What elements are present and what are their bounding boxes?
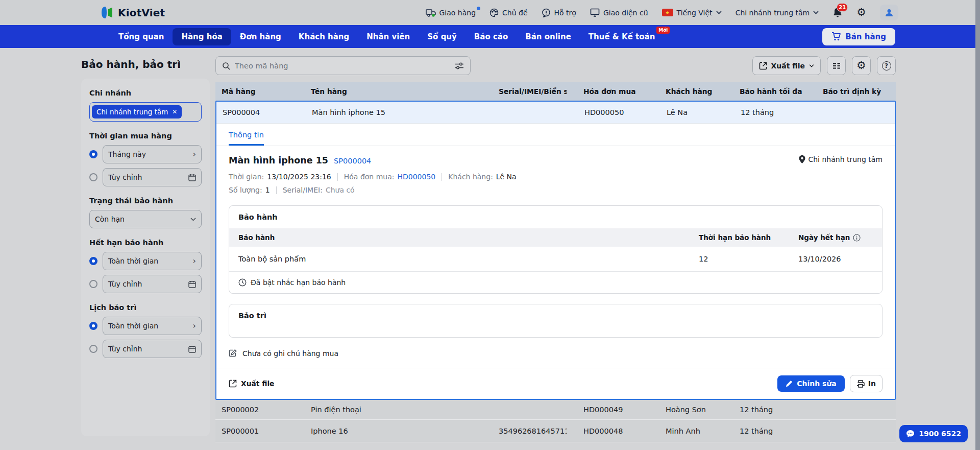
nav-products[interactable]: Hàng hóa xyxy=(173,28,231,45)
info-icon[interactable] xyxy=(853,234,861,242)
language-selector[interactable]: ★ Tiếng Việt xyxy=(662,9,722,17)
hotline-chat-button[interactable]: 1900 6522 xyxy=(899,425,968,442)
table-row[interactable]: SP000004 Màn hình iphone 15 HD000050 Lê … xyxy=(216,102,895,124)
list-settings-button[interactable]: ⚙ xyxy=(852,56,871,75)
quantity-label: Số lượng: xyxy=(229,186,262,194)
delivery-menu[interactable]: Giao hàng xyxy=(426,9,476,17)
row-warranty: 12 tháng xyxy=(734,108,818,116)
old-interface-menu[interactable]: Giao diện cũ xyxy=(590,8,648,17)
filter-sliders-icon[interactable] xyxy=(455,62,464,70)
warranty-status-select[interactable]: Còn hạn xyxy=(89,210,202,228)
row-invoice: HD000050 xyxy=(568,108,660,116)
tab-info[interactable]: Thông tin xyxy=(229,131,264,146)
nav-orders[interactable]: Đơn hàng xyxy=(231,28,290,45)
purchase-time-custom-option[interactable]: Tùy chỉnh xyxy=(103,168,202,186)
purchase-note[interactable]: Chưa có ghi chú hàng mua xyxy=(229,349,883,358)
cart-icon xyxy=(831,32,841,41)
divider xyxy=(337,173,338,181)
list-toolbar: Xuất file ⚙ ? xyxy=(215,56,896,75)
notification-badge: 21 xyxy=(837,3,848,12)
header-customer: Khách hàng xyxy=(659,87,733,96)
table-row[interactable]: SP000002 Pin điện thoại HD000049 Hoàng S… xyxy=(215,400,896,420)
support-icon xyxy=(542,8,551,17)
chevron-down-icon xyxy=(716,11,722,14)
nav-tax[interactable]: Thuế & Kế toán Mới xyxy=(580,28,664,45)
time-label: Thời gian: xyxy=(229,173,264,181)
gear-icon: ⚙ xyxy=(856,60,866,71)
row-invoice: HD000049 xyxy=(567,406,659,414)
search-box[interactable] xyxy=(215,56,471,75)
printer-icon xyxy=(856,380,865,388)
warranty-row-duration: 12 xyxy=(690,247,789,271)
serial-value: Chưa có xyxy=(326,186,355,194)
serial-label: Serial/IMEI: xyxy=(283,186,323,194)
chevron-down-icon xyxy=(190,218,196,221)
remove-branch-tag-icon[interactable]: ✕ xyxy=(172,109,177,115)
export-file-button[interactable]: Xuất file xyxy=(752,56,821,75)
nav-cashbook[interactable]: Sổ quỹ xyxy=(419,28,465,45)
chat-bubble-icon xyxy=(906,430,915,438)
clock-icon xyxy=(238,278,247,287)
filter-branch-label: Chi nhánh xyxy=(89,89,202,97)
maintenance-all-time-radio[interactable] xyxy=(89,322,97,330)
maintenance-custom-option[interactable]: Tùy chỉnh xyxy=(103,340,202,358)
filter-purchase-time-label: Thời gian mua hàng xyxy=(89,132,202,140)
header-maintenance: Bảo trì định kỳ xyxy=(817,87,896,96)
pencil-icon xyxy=(786,380,793,387)
detail-export-button[interactable]: Xuất file xyxy=(229,380,274,388)
column-settings-button[interactable] xyxy=(827,56,846,75)
print-button[interactable]: In xyxy=(850,375,883,392)
row-code: SP000001 xyxy=(215,427,305,435)
sell-button[interactable]: Bán hàng xyxy=(822,28,895,45)
detail-branch: Chi nhánh trung tâm xyxy=(799,155,883,163)
page-scrollbar[interactable] xyxy=(975,0,980,450)
topbar: KiotViet Giao hàng Chủ đề Hỗ trợ xyxy=(0,0,980,25)
warranty-expiry-custom-radio[interactable] xyxy=(89,280,97,288)
divider xyxy=(276,186,277,194)
maintenance-custom-radio[interactable] xyxy=(89,345,97,353)
maintenance-all-time-option[interactable]: Toàn thời gian › xyxy=(103,317,202,335)
warranty-col-duration: Thời hạn bảo hành xyxy=(690,228,789,247)
calendar-icon xyxy=(188,345,196,353)
purchase-time-custom-radio[interactable] xyxy=(89,173,97,181)
purchase-time-this-month-option[interactable]: Tháng này › xyxy=(103,145,202,163)
nav-reports[interactable]: Báo cáo xyxy=(465,28,517,45)
filter-warranty-expiry-label: Hết hạn bảo hành xyxy=(89,239,202,247)
row-customer: Lê Na xyxy=(660,108,734,116)
header-warranty: Bảo hành tối đa xyxy=(733,87,817,96)
header-serial: Serial/IMEI/Biển số xyxy=(499,87,567,96)
invoice-label: Hóa đơn mua: xyxy=(344,173,395,181)
edit-button[interactable]: Chỉnh sửa xyxy=(777,375,845,392)
warranty-expiry-all-time-radio[interactable] xyxy=(89,257,97,265)
table-row[interactable]: SP000001 Iphone 16 354962681645711 HD000… xyxy=(215,420,896,442)
support-menu[interactable]: Hỗ trợ xyxy=(542,8,576,17)
product-code-link[interactable]: SP000004 xyxy=(334,157,371,165)
calendar-icon xyxy=(188,174,196,181)
user-avatar-button[interactable] xyxy=(880,5,898,20)
nav-overview[interactable]: Tổng quan xyxy=(110,28,173,45)
branch-selector[interactable]: Chi nhánh trung tâm xyxy=(736,9,819,17)
warranty-table-header: Bảo hành Thời hạn bảo hành Ngày hết hạn xyxy=(229,228,882,247)
invoice-link[interactable]: HD000050 xyxy=(398,173,436,181)
row-name: Iphone 16 xyxy=(305,427,499,435)
search-input[interactable] xyxy=(235,62,450,70)
customer-label: Khách hàng: xyxy=(448,173,493,181)
branch-filter-input[interactable]: Chi nhánh trung tâm ✕ xyxy=(89,102,202,122)
warranty-expiry-all-time-option[interactable]: Toàn thời gian › xyxy=(103,252,202,270)
help-button[interactable]: ? xyxy=(877,56,896,75)
chevron-right-icon: › xyxy=(193,150,196,158)
header-code: Mã hàng xyxy=(215,87,305,96)
settings-gear-icon[interactable]: ⚙ xyxy=(856,7,866,18)
nav-customers[interactable]: Khách hàng xyxy=(290,28,358,45)
notifications-button[interactable]: 21 xyxy=(832,7,843,18)
warranty-expiry-custom-option[interactable]: Tùy chỉnh xyxy=(103,275,202,293)
purchase-time-this-month-radio[interactable] xyxy=(89,150,97,158)
kiotviet-logo: KiotViet xyxy=(100,6,165,19)
nav-online[interactable]: Bán online xyxy=(517,28,580,45)
row-customer: Hoàng Sơn xyxy=(659,406,733,414)
main-content: Xuất file ⚙ ? Mã hàng Tên hàng Serial/IM… xyxy=(215,48,896,442)
detail-tabbar: Thông tin xyxy=(216,124,895,146)
row-code: SP000004 xyxy=(216,108,306,116)
theme-menu[interactable]: Chủ đề xyxy=(489,8,527,17)
nav-staff[interactable]: Nhân viên xyxy=(358,28,419,45)
